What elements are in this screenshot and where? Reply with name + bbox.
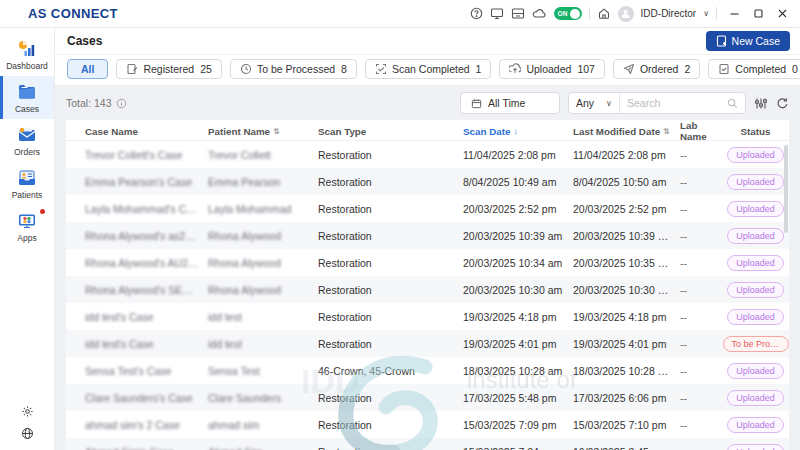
patient-name-cell: Ahmad Sim xyxy=(200,446,310,450)
scan-type-cell: Restoration xyxy=(310,284,455,296)
home-icon[interactable] xyxy=(597,7,611,20)
lab-name-cell: -- xyxy=(672,338,722,350)
table-row[interactable]: Rhona Alywood's AU26R... Rhona Alywood R… xyxy=(66,249,789,276)
scan-date-cell: 20/03/2025 10:39 am xyxy=(455,230,565,242)
user-menu[interactable]: IDD-Director xyxy=(641,8,697,19)
patient-name-cell: Emma Pearson xyxy=(200,176,310,188)
case-name-cell: ahmad sim's 2 Case xyxy=(66,419,200,431)
col-header-scan-date[interactable]: Scan Date↓ xyxy=(455,126,565,137)
table-row[interactable]: Sensa Test's Case Sensa Test 46-Crown, 4… xyxy=(66,357,789,384)
scan-type-cell: Restoration xyxy=(310,446,455,450)
sidebar-label: Patients xyxy=(12,190,43,200)
scan-icon xyxy=(375,63,387,75)
lab-name-cell: -- xyxy=(672,284,722,296)
patient-name-cell: Clare Saunders xyxy=(200,392,310,404)
scan-type-cell: Restoration xyxy=(310,392,455,404)
table-row[interactable]: Rhona Alywood's as26R ... Rhona Alywood … xyxy=(66,222,789,249)
total-count: Total: 143 xyxy=(66,97,112,109)
table-row[interactable]: Ahmad Sim's Case Ahmad Sim Restoration 1… xyxy=(66,438,789,450)
last-modified-cell: 20/03/2025 10:30 am xyxy=(565,284,672,296)
scan-date-cell: 15/03/2025 7:04 pm xyxy=(455,446,565,450)
lab-name-cell: -- xyxy=(672,149,722,161)
sidebar: Dashboard Cases Orders Patients Apps xyxy=(0,28,55,450)
column-settings-icon[interactable] xyxy=(754,97,768,110)
sidebar-item-dashboard[interactable]: Dashboard xyxy=(0,33,54,76)
sidebar-item-orders[interactable]: Orders xyxy=(0,119,54,162)
time-filter-dropdown[interactable]: All Time xyxy=(460,92,560,114)
patient-name-cell: Rhona Alywood xyxy=(200,257,310,269)
divider xyxy=(716,7,717,20)
status-badge: Uploaded xyxy=(727,444,784,450)
case-name-cell: idd test's Case xyxy=(66,311,200,323)
refresh-icon[interactable] xyxy=(776,97,789,110)
online-toggle[interactable]: ON xyxy=(554,7,582,20)
maximize-button[interactable] xyxy=(753,8,764,19)
status-badge: Uploaded xyxy=(727,255,784,271)
case-name-cell: Clare Saunders's Case xyxy=(66,392,200,404)
tab-to-be-processed[interactable]: To be Processed8 xyxy=(230,59,357,79)
field-filter-dropdown[interactable]: Any ∨ xyxy=(569,93,620,113)
tab-all[interactable]: All xyxy=(67,59,108,79)
table-row[interactable]: ahmad sim's 2 Case ahmad sim Restoration… xyxy=(66,411,789,438)
case-name-cell: idd test's Case xyxy=(66,338,200,350)
settings-gear-icon[interactable] xyxy=(21,405,34,418)
status-badge: Uploaded xyxy=(727,201,784,217)
help-icon[interactable] xyxy=(470,7,483,20)
sidebar-label: Apps xyxy=(17,233,36,243)
patient-name-cell: Rhona Alywood xyxy=(200,230,310,242)
table-row[interactable]: Layla Mohammad's Case Layla Mohammad Res… xyxy=(66,195,789,222)
table-row[interactable]: Trevor Collett's Case Trevor Collett Res… xyxy=(66,141,789,168)
case-name-cell: Trevor Collett's Case xyxy=(66,149,200,161)
minimize-button[interactable] xyxy=(729,8,740,19)
table-body: Trevor Collett's Case Trevor Collett Res… xyxy=(66,141,789,450)
scan-type-cell: Restoration xyxy=(310,311,455,323)
case-name-cell: Layla Mohammad's Case xyxy=(66,203,200,215)
last-modified-cell: 8/04/2025 10:50 am xyxy=(565,176,672,188)
chevron-down-icon[interactable]: ∨ xyxy=(703,9,709,18)
info-icon[interactable] xyxy=(116,98,127,109)
tab-ordered[interactable]: Ordered2 xyxy=(613,59,700,79)
table-row[interactable]: idd test's Case idd test Restoration 19/… xyxy=(66,330,789,357)
table-row[interactable]: Clare Saunders's Case Clare Saunders Res… xyxy=(66,384,789,411)
table-row[interactable]: Rhona Alywood's SENSA... Rhona Alywood R… xyxy=(66,276,789,303)
remote-screen-icon[interactable] xyxy=(490,7,504,20)
sidebar-label: Orders xyxy=(14,147,40,157)
sidebar-item-apps[interactable]: Apps xyxy=(0,205,54,248)
lab-name-cell: -- xyxy=(672,176,722,188)
cloud-icon[interactable] xyxy=(532,7,547,20)
tab-scan-completed[interactable]: Scan Completed1 xyxy=(365,59,491,79)
scan-date-cell: 19/03/2025 4:01 pm xyxy=(455,338,565,350)
new-case-doc-icon xyxy=(716,35,727,47)
patient-name-cell: idd test xyxy=(200,311,310,323)
search-input[interactable] xyxy=(627,97,723,109)
dashboard-icon xyxy=(16,39,38,59)
lab-name-cell: -- xyxy=(672,419,722,431)
status-badge: To be Process... xyxy=(723,336,789,352)
toggle-on-label: ON xyxy=(558,10,568,17)
tab-completed[interactable]: Completed0 xyxy=(708,59,800,79)
tab-registered[interactable]: Registered25 xyxy=(116,59,221,79)
language-globe-icon[interactable] xyxy=(21,427,34,440)
lab-name-cell: -- xyxy=(672,257,722,269)
sidebar-item-patients[interactable]: Patients xyxy=(0,162,54,205)
patient-name-cell: Layla Mohammad xyxy=(200,203,310,215)
col-header-last-modified[interactable]: Last Modified Date⇅ xyxy=(565,126,672,137)
scan-type-cell: Restoration xyxy=(310,176,455,188)
last-modified-cell: 20/03/2025 2:52 pm xyxy=(565,203,672,215)
cases-table: Case Name Patient Name⇅ Scan Type Scan D… xyxy=(66,120,789,450)
status-badge: Uploaded xyxy=(727,309,784,325)
user-avatar[interactable] xyxy=(618,6,634,22)
table-row[interactable]: idd test's Case idd test Restoration 19/… xyxy=(66,303,789,330)
col-header-patient-name[interactable]: Patient Name⇅ xyxy=(200,126,310,137)
tab-uploaded[interactable]: Uploaded107 xyxy=(499,59,604,79)
case-name-cell: Rhona Alywood's as26R ... xyxy=(66,230,200,242)
scan-date-cell: 17/03/2025 5:48 pm xyxy=(455,392,565,404)
close-button[interactable] xyxy=(777,8,788,19)
status-badge: Uploaded xyxy=(727,363,784,379)
last-modified-cell: 16/03/2025 8:45 am xyxy=(565,446,672,450)
table-scrollbar-thumb[interactable] xyxy=(784,145,788,233)
apps-grid-icon[interactable] xyxy=(511,7,525,20)
table-row[interactable]: Emma Pearson's Case Emma Pearson Restora… xyxy=(66,168,789,195)
sidebar-item-cases[interactable]: Cases xyxy=(0,76,54,119)
new-case-button[interactable]: New Case xyxy=(706,31,790,51)
